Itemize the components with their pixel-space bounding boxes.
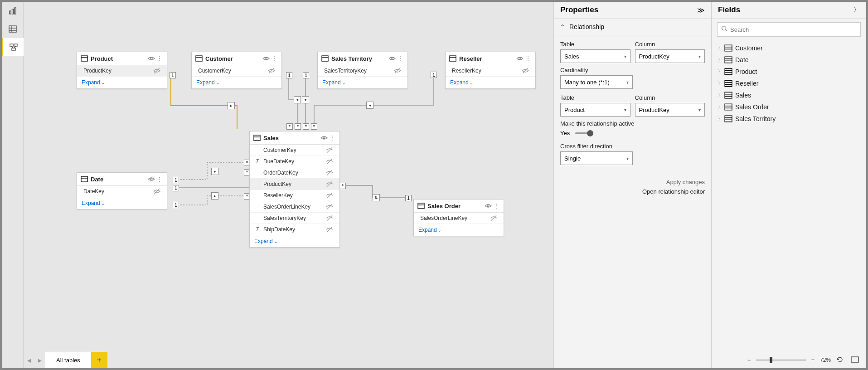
table-card-sales[interactable]: Sales ⋮ CustomerKey ΣDueDateKey OrderDat… bbox=[249, 131, 340, 248]
visibility-icon[interactable] bbox=[148, 175, 155, 183]
zoom-in-button[interactable]: + bbox=[810, 357, 816, 363]
more-options-icon[interactable]: ⋮ bbox=[156, 55, 163, 62]
visibility-icon[interactable] bbox=[388, 55, 396, 62]
table-field[interactable]: CustomerKey bbox=[250, 145, 339, 156]
expand-button[interactable]: Expand⌄ bbox=[192, 77, 281, 88]
filter-direction-icon: ⇅ bbox=[373, 194, 380, 201]
table-header[interactable]: Sales Territory ⋮ bbox=[318, 52, 407, 65]
table-field[interactable]: SalesTerritoryKey bbox=[250, 213, 339, 224]
more-options-icon[interactable]: ⋮ bbox=[156, 175, 163, 183]
collapse-pane-icon[interactable]: 〉 bbox=[853, 6, 860, 14]
relationship-section-header[interactable]: ⌃ Relationship bbox=[554, 19, 711, 35]
fields-item-sales[interactable]: 〉Sales bbox=[717, 89, 861, 101]
hidden-icon[interactable] bbox=[326, 226, 333, 233]
tab-all-tables[interactable]: All tables bbox=[45, 352, 91, 368]
fit-to-screen-icon[interactable] bbox=[849, 356, 861, 364]
table-field[interactable]: DateKey bbox=[77, 186, 167, 197]
expand-button[interactable]: Expand⌄ bbox=[77, 77, 167, 88]
active-toggle[interactable] bbox=[575, 130, 593, 136]
hidden-icon[interactable] bbox=[490, 214, 497, 222]
hidden-icon[interactable] bbox=[153, 67, 160, 74]
collapse-pane-icon[interactable]: ≫ bbox=[697, 6, 705, 15]
prev-page-button[interactable]: ◂ bbox=[24, 352, 34, 368]
hidden-icon[interactable] bbox=[326, 146, 333, 154]
report-view-button[interactable] bbox=[2, 2, 24, 20]
table-field[interactable]: ResellerKey bbox=[250, 190, 339, 201]
table1-select[interactable]: Sales▾ bbox=[560, 49, 630, 63]
zoom-out-button[interactable]: − bbox=[746, 357, 752, 363]
table-header[interactable]: Product ⋮ bbox=[77, 52, 167, 65]
more-options-icon[interactable]: ⋮ bbox=[329, 134, 336, 141]
table-field[interactable]: SalesTerritoryKey bbox=[318, 65, 407, 77]
more-options-icon[interactable]: ⋮ bbox=[524, 55, 532, 62]
fields-item-date[interactable]: 〉Date bbox=[717, 54, 861, 66]
table-header[interactable]: Sales ⋮ bbox=[250, 131, 339, 145]
table-field[interactable]: CustomerKey bbox=[192, 65, 281, 77]
cardinality-select[interactable]: Many to one (*:1)▾ bbox=[560, 75, 633, 89]
model-canvas[interactable]: 1 1 1 1 * * * * ▸ ▾ ▾ ◂ 1 1 1 * * * ▸ ▸ … bbox=[24, 2, 567, 346]
table-field[interactable]: SalesOrderLineKey bbox=[250, 201, 339, 213]
hidden-icon[interactable] bbox=[326, 180, 333, 188]
next-page-button[interactable]: ▸ bbox=[34, 352, 45, 368]
column1-select[interactable]: ProductKey▾ bbox=[635, 49, 705, 63]
table-field[interactable]: ΣShipDateKey bbox=[250, 224, 339, 235]
model-view-button[interactable] bbox=[2, 38, 24, 56]
hidden-icon[interactable] bbox=[326, 192, 333, 199]
expand-button[interactable]: Expand⌄ bbox=[414, 224, 504, 236]
table2-select[interactable]: Product▾ bbox=[560, 103, 630, 117]
data-view-button[interactable] bbox=[2, 20, 24, 38]
table-header[interactable]: Sales Order ⋮ bbox=[414, 200, 504, 213]
table-field[interactable]: ProductKey bbox=[77, 65, 167, 77]
table-field[interactable]: ΣDueDateKey bbox=[250, 156, 339, 167]
hidden-icon[interactable] bbox=[394, 67, 401, 74]
expand-button[interactable]: Expand⌄ bbox=[250, 235, 339, 247]
table-field[interactable]: ProductKey bbox=[250, 179, 339, 190]
more-options-icon[interactable]: ⋮ bbox=[493, 202, 500, 209]
table-field[interactable]: ResellerKey bbox=[446, 65, 535, 77]
reset-zoom-icon[interactable] bbox=[834, 356, 845, 365]
hidden-icon[interactable] bbox=[326, 158, 333, 165]
more-options-icon[interactable]: ⋮ bbox=[271, 55, 278, 62]
fields-item-reseller[interactable]: 〉Reseller bbox=[717, 78, 861, 89]
pane-title: Fields bbox=[718, 5, 853, 15]
table-card-date[interactable]: Date ⋮ DateKey Expand⌄ bbox=[77, 172, 167, 209]
visibility-icon[interactable] bbox=[148, 55, 155, 62]
visibility-icon[interactable] bbox=[320, 134, 328, 141]
fields-search[interactable] bbox=[717, 22, 861, 37]
table-card-product[interactable]: Product ⋮ ProductKey Expand⌄ bbox=[77, 52, 167, 89]
hidden-icon[interactable] bbox=[153, 188, 160, 195]
table-header[interactable]: Date ⋮ bbox=[77, 173, 167, 186]
expand-button[interactable]: Expand⌄ bbox=[446, 77, 535, 88]
table-card-reseller[interactable]: Reseller ⋮ ResellerKey Expand⌄ bbox=[445, 52, 536, 89]
table-card-sales-order[interactable]: Sales Order ⋮ SalesOrderLineKey Expand⌄ bbox=[413, 199, 504, 236]
fields-item-product[interactable]: 〉Product bbox=[717, 66, 861, 78]
table-header[interactable]: Reseller ⋮ bbox=[446, 52, 535, 65]
hidden-icon[interactable] bbox=[326, 214, 333, 222]
search-input[interactable] bbox=[730, 26, 857, 33]
zoom-slider[interactable] bbox=[756, 360, 806, 360]
apply-changes-link[interactable]: Apply changes bbox=[560, 179, 705, 185]
hidden-icon[interactable] bbox=[326, 169, 333, 176]
expand-button[interactable]: Expand⌄ bbox=[318, 77, 407, 88]
visibility-icon[interactable] bbox=[262, 55, 270, 62]
svg-rect-43 bbox=[418, 203, 424, 209]
table-header[interactable]: Customer ⋮ bbox=[192, 52, 281, 65]
fields-item-sales-order[interactable]: 〉Sales Order bbox=[717, 101, 861, 113]
table-card-sales-territory[interactable]: Sales Territory ⋮ SalesTerritoryKey Expa… bbox=[317, 52, 408, 89]
column2-select[interactable]: ProductKey▾ bbox=[635, 103, 705, 117]
fields-item-sales-territory[interactable]: 〉Sales Territory bbox=[717, 113, 861, 125]
more-options-icon[interactable]: ⋮ bbox=[397, 55, 404, 62]
table-card-customer[interactable]: Customer ⋮ CustomerKey Expand⌄ bbox=[191, 52, 282, 89]
open-editor-link[interactable]: Open relationship editor bbox=[560, 188, 705, 195]
fields-item-customer[interactable]: 〉Customer bbox=[717, 42, 861, 54]
table-field[interactable]: OrderDateKey bbox=[250, 167, 339, 179]
table-field[interactable]: SalesOrderLineKey bbox=[414, 213, 504, 224]
expand-button[interactable]: Expand⌄ bbox=[77, 197, 167, 209]
hidden-icon[interactable] bbox=[268, 67, 275, 74]
hidden-icon[interactable] bbox=[326, 203, 333, 210]
visibility-icon[interactable] bbox=[485, 202, 492, 209]
cross-filter-select[interactable]: Single▾ bbox=[560, 151, 633, 165]
add-page-button[interactable]: + bbox=[91, 352, 107, 368]
hidden-icon[interactable] bbox=[522, 67, 529, 74]
visibility-icon[interactable] bbox=[516, 55, 524, 62]
